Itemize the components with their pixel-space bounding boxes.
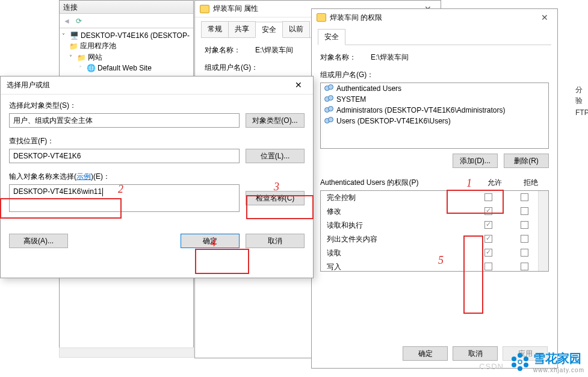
deny-checkbox[interactable]: [521, 193, 528, 201]
perm-ok-button[interactable]: 确定: [403, 346, 448, 361]
label-pre: 输入对象名称来选择(: [9, 172, 76, 181]
tree-body: ˅ 🖥️ DESKTOP-VT4E1K6 (DESKTOP- 📁 应用程序池 ˅…: [60, 28, 193, 75]
close-icon[interactable]: ✕: [286, 78, 311, 92]
tree-default-site[interactable]: ˃ 🌐 Default Web Site: [79, 63, 191, 73]
allow-checkbox[interactable]: [484, 249, 492, 257]
perm-row: 读取: [321, 246, 548, 260]
group-name: Authenticated Users: [336, 84, 401, 93]
example-link[interactable]: 示例: [76, 172, 91, 181]
group-users-list[interactable]: Authenticated Users SYSTEM Administrator…: [320, 83, 549, 149]
advanced-button[interactable]: 高级(A)...: [9, 234, 68, 248]
object-name-entered: DESKTOP-VT4E1K6\win11: [13, 187, 102, 196]
svg-point-3: [518, 366, 522, 371]
add-delete-row: 添加(D)... 删除(R): [320, 154, 549, 168]
perm-name: 读取: [327, 248, 470, 258]
list-item[interactable]: Authenticated Users: [321, 83, 548, 94]
tree-sites[interactable]: ˅ 📁 网站: [69, 52, 191, 63]
object-type-value: 用户、组或内置安全主体: [13, 116, 93, 126]
perm-row: 完全控制: [321, 191, 548, 205]
svg-point-6: [518, 360, 522, 364]
globe-icon: 🌐: [87, 64, 96, 72]
tree-header: 连接: [60, 1, 193, 14]
users-icon: [324, 117, 334, 125]
group-name: SYSTEM: [336, 95, 366, 104]
tree-app-pool[interactable]: 📁 应用程序池: [69, 40, 191, 52]
object-name-label: 对象名称：: [205, 45, 241, 55]
tab-general[interactable]: 常规: [201, 21, 229, 37]
list-item[interactable]: SYSTEM: [321, 94, 548, 105]
tab-security[interactable]: 安全: [255, 22, 283, 38]
deny-checkbox[interactable]: [521, 249, 528, 257]
perm-name: 列出文件夹内容: [327, 234, 470, 245]
allow-checkbox[interactable]: [484, 207, 492, 215]
delete-button[interactable]: 删除(R): [504, 154, 549, 168]
perm-row: 写入: [321, 260, 548, 272]
check-names-button[interactable]: 检查名称(C): [246, 191, 305, 205]
allow-checkbox[interactable]: [484, 263, 492, 270]
perm-tabs: 安全: [318, 28, 551, 45]
folder-icon: [200, 5, 209, 13]
tab-security[interactable]: 安全: [318, 29, 345, 45]
tab-previous[interactable]: 以前: [282, 21, 310, 37]
close-icon[interactable]: ✕: [536, 11, 554, 23]
list-item[interactable]: Users (DESKTOP-VT4E1K6\Users): [321, 116, 548, 126]
select-user-dialog: 选择用户或组 ✕ 选择此对象类型(S)： 用户、组或内置安全主体 对象类型(O)…: [0, 76, 314, 278]
deny-checkbox[interactable]: [521, 207, 528, 215]
select-ok-button[interactable]: 确定: [181, 234, 240, 248]
deny-checkbox[interactable]: [521, 221, 528, 229]
group-name: Administrators (DESKTOP-VT4E1K6\Administ…: [336, 106, 506, 114]
sites-icon: 📁: [77, 54, 86, 62]
tab-share[interactable]: 共享: [228, 21, 256, 37]
location-field: DESKTOP-VT4E1K6: [9, 149, 240, 163]
list-item[interactable]: Administrators (DESKTOP-VT4E1K6\Administ…: [321, 105, 548, 116]
object-name-value: E:\焊装车间: [371, 52, 409, 63]
svg-point-1: [524, 357, 528, 361]
location-value: DESKTOP-VT4E1K6: [13, 152, 81, 160]
sites-label: 网站: [88, 52, 102, 63]
tree-hscrollbar[interactable]: [59, 347, 194, 358]
perm-row: 修改: [321, 205, 548, 219]
object-type-field: 用户、组或内置安全主体: [9, 113, 240, 128]
site-watermark: 雪花家园 www.xhjaty.com: [510, 351, 584, 373]
text-cursor: [102, 188, 103, 196]
perm-name: 写入: [327, 262, 470, 272]
select-cancel-button[interactable]: 取消: [246, 234, 305, 248]
object-name-label: 输入对象名称来选择(示例)(E)：: [9, 172, 305, 182]
folder-icon: [317, 13, 326, 22]
select-bottom-buttons: 高级(A)... 确定 取消: [9, 234, 305, 248]
group-users-label: 组或用户名(G)：: [320, 70, 549, 80]
allow-checkbox[interactable]: [484, 221, 492, 229]
permissions-dialog: 焊装车间 的权限 ✕ 安全 对象名称： E:\焊装车间 组或用户名(G)： Au…: [311, 8, 558, 369]
tree-root[interactable]: ˅ 🖥️ DESKTOP-VT4E1K6 (DESKTOP-: [62, 31, 191, 40]
tree-root-label: DESKTOP-VT4E1K6 (DESKTOP-: [81, 31, 190, 40]
snowflake-icon: [510, 352, 530, 372]
allow-checkbox[interactable]: [484, 235, 492, 243]
server-icon: 🖥️: [70, 31, 79, 40]
deny-checkbox[interactable]: [521, 235, 528, 243]
refresh-icon[interactable]: ⟳: [74, 16, 84, 26]
allow-checkbox[interactable]: [484, 193, 492, 201]
select-title-text: 选择用户或组: [7, 80, 50, 90]
col-deny-label: 拒绝: [513, 178, 549, 188]
object-name-input[interactable]: DESKTOP-VT4E1K6\win11: [9, 184, 240, 212]
expander-icon[interactable]: ˅: [62, 33, 68, 39]
default-site-label: Default Web Site: [97, 64, 152, 72]
tree-toolbar: ◄ ⟳: [60, 14, 193, 28]
label-ftp: FTP: [575, 107, 588, 118]
perm-row: 列出文件夹内容: [321, 232, 548, 246]
location-button[interactable]: 位置(L)...: [246, 149, 305, 163]
select-body: 选择此对象类型(S)： 用户、组或内置安全主体 对象类型(O)... 查找位置(…: [1, 95, 313, 254]
object-name-value: E:\焊装车间: [255, 45, 293, 55]
scrollbar[interactable]: [538, 191, 548, 271]
perm-cancel-button[interactable]: 取消: [453, 346, 498, 361]
back-icon[interactable]: ◄: [62, 16, 72, 26]
object-name-label: 对象名称：: [320, 52, 356, 63]
object-type-button[interactable]: 对象类型(O)...: [246, 113, 305, 128]
expander-icon[interactable]: ˃: [79, 65, 85, 72]
deny-checkbox[interactable]: [521, 263, 528, 270]
expander-icon[interactable]: ˅: [69, 54, 75, 61]
label-post: )(E)：: [91, 172, 110, 181]
add-button[interactable]: 添加(D)...: [453, 154, 498, 168]
csdn-watermark: CSDN: [479, 362, 504, 371]
watermark-name: 雪花家园: [533, 351, 584, 367]
